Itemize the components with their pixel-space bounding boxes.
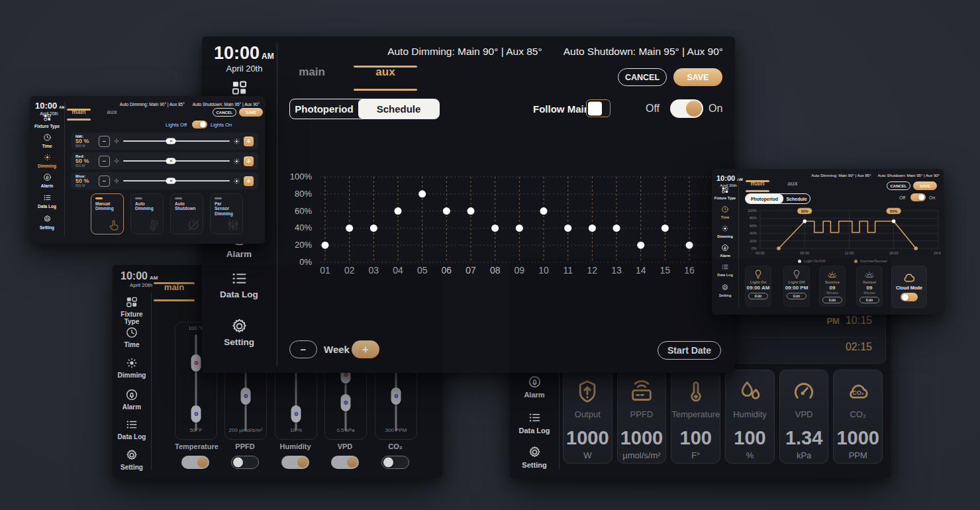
- power-toggle[interactable]: [910, 193, 926, 201]
- sidebar-item-dimming[interactable]: Dimming: [30, 153, 64, 169]
- sidebar-item-fixture-type[interactable]: Fixture Type: [30, 113, 64, 129]
- alarm-min-handle[interactable]: [341, 394, 351, 411]
- edit-button[interactable]: Edit: [787, 293, 807, 299]
- alarm-min-handle[interactable]: [391, 387, 401, 405]
- schedule-point[interactable]: [370, 225, 377, 232]
- sidebar-item-setting[interactable]: Setting: [712, 283, 738, 298]
- tab-main[interactable]: main: [279, 66, 345, 91]
- photoperiod-card-light-off[interactable]: Light Off 09:00 PM Edit: [783, 266, 810, 307]
- schedule-point[interactable]: [637, 242, 644, 249]
- alarm-min-handle[interactable]: [191, 405, 201, 423]
- segment-photoperiod[interactable]: Photoperiod: [746, 194, 783, 203]
- tab-main[interactable]: main: [152, 282, 196, 301]
- dim-slider-track[interactable]: [123, 180, 230, 181]
- edit-button[interactable]: Edit: [748, 293, 768, 299]
- sidebar-item-data-log[interactable]: Data Log: [513, 411, 556, 435]
- sidebar-item-dimming[interactable]: Dimming: [113, 356, 151, 380]
- edit-button[interactable]: Edit: [859, 297, 879, 303]
- sidebar-item-dimming[interactable]: Dimming: [712, 225, 738, 239]
- save-button[interactable]: SAVE: [913, 181, 937, 190]
- dim-decrease-button[interactable]: −: [99, 136, 110, 147]
- follow-main-toggle[interactable]: [586, 99, 611, 117]
- schedule-point[interactable]: [491, 225, 499, 232]
- schedule-point[interactable]: [589, 225, 596, 232]
- dim-slider-track[interactable]: [123, 160, 230, 162]
- mode-card-manual-dimming[interactable]: ManualDimming: [91, 193, 124, 234]
- tab-aux[interactable]: aux: [352, 66, 418, 91]
- tab-main[interactable]: main: [66, 109, 92, 121]
- alarm-max-handle[interactable]: [191, 354, 201, 372]
- power-toggle[interactable]: [670, 99, 703, 118]
- mode-card-par-sensor-dimming[interactable]: ParSensor Dimming: [210, 193, 243, 234]
- week-plus-button[interactable]: +: [352, 340, 379, 358]
- cloud-mode-toggle[interactable]: [901, 293, 918, 301]
- sidebar-item-setting[interactable]: Setting: [513, 445, 556, 470]
- dim-slider-knob[interactable]: [166, 138, 176, 144]
- VPD-alarm-toggle[interactable]: [331, 456, 359, 469]
- time-row[interactable]: PM 10:15: [826, 315, 872, 327]
- dim-slider-knob[interactable]: [166, 158, 176, 164]
- sidebar-item-fixture-type[interactable]: Fixture Type: [712, 186, 738, 201]
- schedule-point[interactable]: [564, 225, 571, 232]
- alarm-min-handle[interactable]: [241, 387, 251, 405]
- schedule-point[interactable]: [322, 242, 329, 249]
- lights-toggle[interactable]: [192, 121, 207, 128]
- tab-main[interactable]: main: [744, 180, 771, 192]
- sidebar-item-data-log[interactable]: Data Log: [202, 270, 276, 299]
- schedule-point[interactable]: [418, 190, 426, 197]
- photoperiod-point[interactable]: [803, 219, 807, 223]
- sidebar-item-alarm[interactable]: Alarm: [712, 244, 738, 258]
- sidebar-item-time[interactable]: Time: [30, 133, 64, 149]
- schedule-point[interactable]: [467, 207, 475, 215]
- photoperiod-card-sunset[interactable]: Sunset 09 Minutes Edit: [856, 266, 883, 307]
- sidebar-item-data-log[interactable]: Data Log: [113, 418, 151, 441]
- sidebar-item-setting[interactable]: Setting: [30, 215, 64, 230]
- schedule-point[interactable]: [613, 225, 620, 232]
- sidebar-item-alarm[interactable]: Alarm: [113, 388, 151, 411]
- sidebar-item-data-log[interactable]: Data Log: [712, 263, 738, 278]
- schedule-point[interactable]: [662, 225, 669, 232]
- sidebar-item-setting[interactable]: Setting: [202, 317, 276, 347]
- mode-card-auto-shutdown[interactable]: AutoShutdown: [170, 193, 203, 234]
- segment-schedule[interactable]: Schedule: [358, 99, 439, 119]
- time-row[interactable]: 02:15: [846, 341, 872, 353]
- dim-increase-button[interactable]: +: [244, 156, 254, 166]
- sidebar-item-alarm[interactable]: Alarm: [513, 375, 556, 399]
- mode-card-auto-dimming[interactable]: AutoDimming: [130, 193, 164, 234]
- dim-increase-button[interactable]: +: [244, 136, 254, 146]
- photoperiod-point[interactable]: [892, 219, 896, 223]
- schedule-point[interactable]: [686, 242, 693, 249]
- schedule-point[interactable]: [443, 207, 450, 215]
- schedule-point[interactable]: [346, 225, 353, 232]
- alarm-min-handle[interactable]: [291, 405, 301, 423]
- save-button[interactable]: SAVE: [239, 108, 263, 117]
- segment-schedule[interactable]: Schedule: [783, 194, 810, 203]
- sidebar-item-data-log[interactable]: Data Log: [30, 193, 64, 209]
- cancel-button[interactable]: CANCEL: [213, 108, 236, 117]
- CO₂-alarm-toggle[interactable]: [381, 456, 409, 469]
- Temperature-alarm-toggle[interactable]: [181, 456, 209, 469]
- sidebar-item-time[interactable]: Time: [712, 205, 738, 220]
- edit-button[interactable]: Edit: [822, 297, 842, 303]
- Humidity-alarm-toggle[interactable]: [281, 456, 309, 469]
- sidebar-item-fixture-type[interactable]: Fixture Type: [113, 295, 151, 325]
- dim-slider-track[interactable]: [123, 140, 230, 142]
- sidebar-item-setting[interactable]: Setting: [113, 448, 151, 472]
- save-button[interactable]: SAVE: [673, 68, 722, 86]
- cancel-button[interactable]: CANCEL: [887, 181, 910, 190]
- photoperiod-point[interactable]: [914, 246, 918, 250]
- sidebar-item-time[interactable]: Time: [113, 326, 151, 349]
- photoperiod-card-sunrise[interactable]: Sunrise 09 Minutes Edit: [819, 266, 846, 307]
- schedule-point[interactable]: [395, 207, 402, 215]
- dim-decrease-button[interactable]: −: [99, 176, 110, 187]
- sidebar-item-alarm[interactable]: Alarm: [30, 173, 64, 189]
- start-date-button[interactable]: Start Date: [658, 341, 721, 360]
- schedule-point[interactable]: [516, 225, 523, 232]
- dim-slider-knob[interactable]: [166, 178, 176, 184]
- dim-increase-button[interactable]: +: [244, 176, 254, 186]
- photoperiod-card-cloud-mode[interactable]: Cloud Mode: [891, 266, 927, 308]
- schedule-point[interactable]: [540, 207, 548, 215]
- photoperiod-card-light-on[interactable]: Light On 09:00 AM Edit: [745, 266, 771, 307]
- tab-aux[interactable]: aux: [99, 109, 125, 121]
- segment-photoperiod[interactable]: Photoperiod: [290, 99, 358, 119]
